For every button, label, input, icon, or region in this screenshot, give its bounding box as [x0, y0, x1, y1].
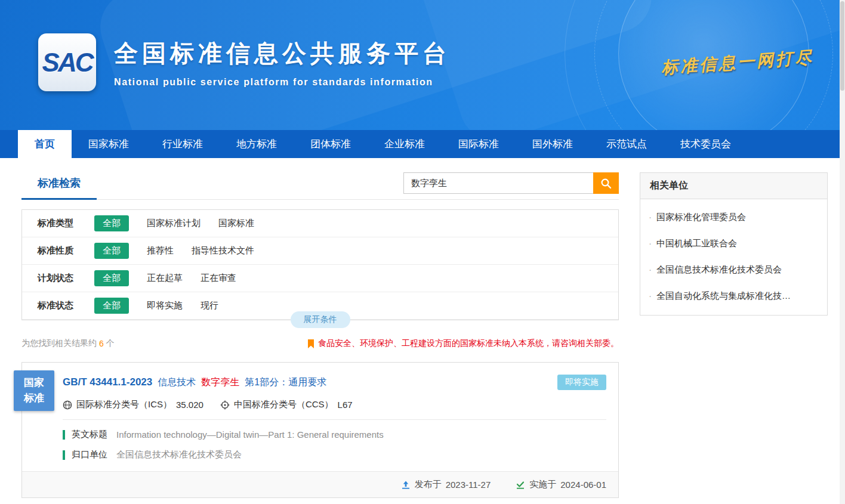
- nav-item-local-standards[interactable]: 地方标准: [220, 130, 294, 158]
- nav-item-national-standards[interactable]: 国家标准: [72, 130, 146, 158]
- implemented-date: 2024-06-01: [560, 480, 606, 490]
- upload-arrow-icon: [401, 480, 411, 490]
- filter-panel: 标准类型 全部 国家标准计划 国家标准 标准性质 全部 推荐性 指导性技术文件 …: [21, 209, 619, 320]
- crosshair-icon: [220, 400, 230, 410]
- site-subtitle: National public service platform for sta…: [114, 77, 451, 88]
- field-value: Information technology—Digital twin—Part…: [116, 429, 384, 440]
- filter-label: 标准类型: [38, 218, 94, 229]
- filter-all-button[interactable]: 全部: [94, 270, 129, 286]
- main-nav: 首页 国家标准 行业标准 地方标准 团体标准 企业标准 国际标准 国外标准 示范…: [0, 130, 845, 158]
- ics-label: 国际标准分类号（ICS）: [76, 399, 172, 410]
- filter-option[interactable]: 指导性技术文件: [192, 245, 254, 256]
- section-title-standard-search: 标准检索: [21, 176, 97, 200]
- magnifier-icon: [600, 178, 612, 189]
- nav-item-enterprise-standards[interactable]: 企业标准: [368, 130, 442, 158]
- site-title: 全国标准信息公共服务平台: [114, 37, 451, 70]
- nav-item-pilot[interactable]: 示范试点: [590, 130, 664, 158]
- standard-title-part[interactable]: 信息技术: [158, 376, 196, 389]
- site-header: SAC 全国标准信息公共服务平台 National public service…: [0, 0, 845, 130]
- published-label: 发布于: [415, 479, 442, 490]
- filter-label: 标准状态: [38, 300, 94, 311]
- implemented-label: 实施于: [529, 479, 556, 490]
- result-count-prefix: 为您找到相关结果约: [21, 338, 97, 349]
- standard-code-link[interactable]: GB/T 43441.1-2023: [63, 376, 152, 388]
- standard-type-badge-text: 国家标准: [23, 375, 45, 407]
- related-unit-link[interactable]: 中国机械工业联合会: [640, 230, 827, 256]
- nav-item-group-standards[interactable]: 团体标准: [294, 130, 368, 158]
- filter-option[interactable]: 推荐性: [147, 245, 174, 256]
- related-units-panel: 相关单位 国家标准化管理委员会 中国机械工业联合会 全国信息技术标准化技术委员会…: [640, 172, 828, 316]
- filter-row-plan-status: 计划状态 全部 正在起草 正在审查: [22, 265, 618, 292]
- filter-option[interactable]: 国家标准: [218, 218, 254, 229]
- filter-row-standard-type: 标准类型 全部 国家标准计划 国家标准: [22, 210, 618, 237]
- nav-item-foreign-standards[interactable]: 国外标准: [516, 130, 590, 158]
- standard-title-highlight[interactable]: 数字孪生: [201, 376, 239, 389]
- card-footer: 发布于 2023-11-27 实施于 2024-06-01: [22, 471, 618, 497]
- globe-icon: [63, 400, 72, 410]
- filter-row-standard-nature: 标准性质 全部 推荐性 指导性技术文件: [22, 237, 618, 265]
- search-button[interactable]: [593, 172, 619, 194]
- nav-item-international-standards[interactable]: 国际标准: [442, 130, 516, 158]
- filter-option[interactable]: 正在审查: [201, 273, 236, 284]
- field-label: 归口单位: [72, 449, 107, 460]
- filter-option[interactable]: 正在起草: [147, 273, 183, 284]
- ccs-value: L67: [338, 400, 353, 410]
- related-units-title: 相关单位: [640, 173, 827, 199]
- filter-option[interactable]: 国家标准计划: [147, 218, 201, 229]
- related-unit-link[interactable]: 国家标准化管理委员会: [640, 204, 827, 230]
- result-count-number: 6: [99, 339, 104, 348]
- field-accent-bar: [63, 430, 65, 440]
- published-date: 2023-11-27: [446, 480, 491, 490]
- filter-all-button[interactable]: 全部: [94, 298, 129, 314]
- status-badge: 即将实施: [557, 375, 606, 390]
- related-unit-link[interactable]: 全国信息技术标准化技术委员会: [640, 256, 827, 283]
- search-input[interactable]: [403, 172, 593, 194]
- field-accent-bar: [63, 450, 65, 460]
- result-count: 为您找到相关结果约 6 个: [21, 338, 115, 349]
- filter-option[interactable]: 即将实施: [147, 300, 183, 311]
- system-notice: 食品安全、环境保护、工程建设方面的国家标准未纳入本系统，请咨询相关部委。: [307, 338, 619, 349]
- check-icon: [516, 480, 525, 490]
- ccs-label: 中国标准分类号（CCS）: [234, 399, 334, 410]
- filter-option[interactable]: 现行: [201, 300, 218, 311]
- nav-item-home[interactable]: 首页: [18, 130, 72, 158]
- field-value: 全国信息技术标准化技术委员会: [116, 449, 242, 460]
- filter-all-button[interactable]: 全部: [94, 243, 129, 259]
- sac-logo-text: SAC: [42, 48, 92, 78]
- sac-logo[interactable]: SAC: [38, 33, 96, 91]
- related-unit-link[interactable]: 全国自动化系统与集成标准化技…: [640, 283, 827, 309]
- field-english-title: 英文标题 Information technology—Digital twin…: [63, 429, 606, 440]
- field-label: 英文标题: [72, 429, 107, 440]
- ics-value: 35.020: [176, 400, 203, 410]
- bookmark-flag-icon: [307, 339, 314, 348]
- nav-item-industry-standards[interactable]: 行业标准: [146, 130, 220, 158]
- standard-result-card[interactable]: 国家标准 GB/T 43441.1-2023 信息技术 数字孪生 第1部分：通用…: [21, 362, 619, 498]
- scrollbar-thumb[interactable]: [840, 1, 844, 91]
- implemented-date-item: 实施于 2024-06-01: [516, 479, 606, 490]
- result-count-suffix: 个: [106, 338, 115, 349]
- filter-all-button[interactable]: 全部: [94, 215, 129, 231]
- standard-type-badge: 国家标准: [14, 370, 54, 411]
- filter-label: 标准性质: [38, 245, 94, 256]
- notice-text: 食品安全、环境保护、工程建设方面的国家标准未纳入本系统，请咨询相关部委。: [318, 338, 619, 349]
- search-section-header: 标准检索: [21, 172, 619, 200]
- filter-label: 计划状态: [38, 273, 94, 284]
- nav-item-technical-committee[interactable]: 技术委员会: [664, 130, 748, 158]
- published-date-item: 发布于 2023-11-27: [401, 479, 491, 490]
- page-scrollbar[interactable]: [840, 0, 845, 504]
- field-committee: 归口单位 全国信息技术标准化技术委员会: [63, 449, 606, 460]
- expand-conditions-button[interactable]: 展开条件: [291, 311, 350, 328]
- standard-title-part[interactable]: 第1部分：通用要求: [245, 376, 326, 389]
